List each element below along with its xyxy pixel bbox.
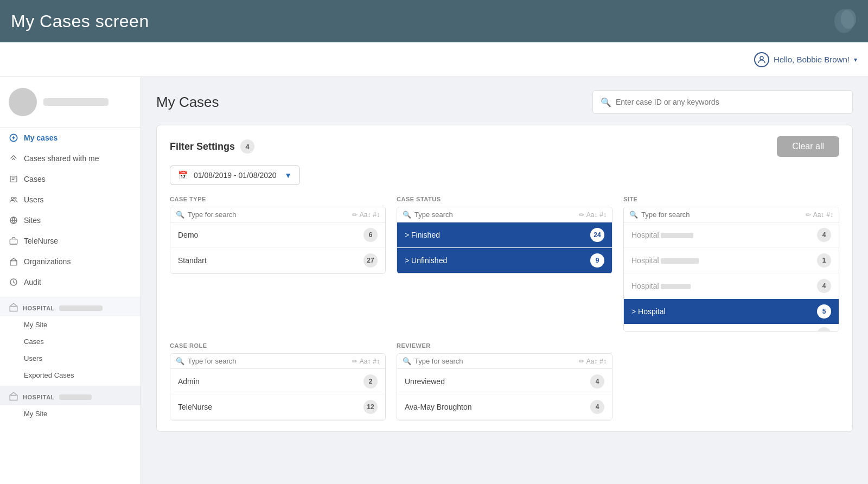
reviewer-search-icon: 🔍 (403, 357, 411, 365)
case-status-item-finished[interactable]: > Finished 24 (397, 222, 612, 248)
reviewer-label: REVIEWER (397, 342, 612, 349)
sidebar-sub-exported-cases[interactable]: Exported Cases (0, 367, 141, 384)
user-avatar-icon (754, 52, 769, 67)
sidebar-item-telenurse[interactable]: TeleNurse (0, 231, 141, 251)
case-role-item-admin-count: 2 (363, 374, 378, 389)
case-type-item-standart[interactable]: Standart 27 (170, 248, 385, 273)
sidebar-label-cases: Cases (24, 175, 46, 183)
clear-all-button[interactable]: Clear all (777, 136, 839, 157)
calendar-icon: 📅 (178, 170, 188, 180)
site-item-1-label: Hospital (631, 231, 693, 239)
svg-rect-13 (10, 261, 17, 265)
sort-num-icon-3: #↕ (826, 211, 833, 219)
case-role-item-admin[interactable]: Admin 2 (170, 369, 385, 394)
avatar (9, 88, 37, 116)
audit-icon (9, 277, 18, 287)
case-status-filter-icons: ✏ Aa↕ #↕ (579, 211, 607, 219)
case-search-bar[interactable]: 🔍 (592, 90, 853, 114)
reviewer-item-ava-count: 4 (590, 400, 604, 414)
sidebar-item-organizations[interactable]: Organizations (0, 251, 141, 272)
sidebar-item-cases-shared[interactable]: Cases shared with me (0, 148, 141, 169)
sidebar-label-users: Users (24, 195, 44, 204)
app-title: My Cases screen (11, 11, 149, 31)
case-status-item-unfinished[interactable]: > Unfinished 9 (397, 248, 612, 273)
case-type-item-demo[interactable]: Demo 6 (170, 222, 385, 248)
sidebar-item-audit[interactable]: Audit (0, 272, 141, 292)
sidebar-item-users[interactable]: Users (0, 189, 141, 210)
sort-num-icon-4: #↕ (373, 358, 380, 365)
sort-num-icon-5: #↕ (599, 358, 607, 365)
site-item-hospital-selected-count: 5 (817, 304, 831, 319)
site-item-1-count: 4 (817, 228, 831, 242)
site-item-2-count: 1 (817, 253, 831, 268)
date-range-picker[interactable]: 📅 01/08/2019 - 01/08/2020 ▼ (170, 165, 300, 185)
sidebar-label-my-cases: My cases (24, 133, 58, 142)
hospital-section-2-icon (9, 391, 18, 403)
sort-alpha-icon-2: Aa↕ (586, 211, 598, 219)
case-role-item-telenurse-label: TeleNurse (178, 403, 212, 411)
case-type-item-standart-count: 27 (363, 253, 378, 268)
my-cases-icon (9, 133, 18, 143)
svg-rect-16 (10, 396, 17, 400)
pencil-icon-2: ✏ (579, 211, 584, 219)
user-info[interactable]: Hello, Bobbie Brown! ▾ (754, 52, 857, 67)
secondary-header: Hello, Bobbie Brown! ▾ (0, 42, 868, 77)
reviewer-search-row: 🔍 ✏ Aa↕ #↕ (397, 354, 612, 369)
hospital-section-2-label: HOSPITAL (23, 394, 55, 400)
sort-num-icon: #↕ (373, 211, 380, 219)
reviewer-search-input[interactable] (414, 357, 576, 365)
case-role-item-telenurse[interactable]: TeleNurse 12 (170, 394, 385, 420)
case-type-label: CASE TYPE (170, 196, 386, 202)
site-item-5[interactable]: Hospital 2 (624, 324, 839, 331)
site-item-2[interactable]: Hospital 1 (624, 248, 839, 273)
site-item-5-label: Hospital (631, 330, 682, 332)
svg-rect-12 (10, 239, 17, 244)
reviewer-item-ava[interactable]: Ava-May Broughton 4 (397, 394, 612, 420)
date-range-value: 01/08/2019 - 01/08/2020 (194, 171, 277, 180)
reviewer-item-unreviewed-count: 4 (590, 374, 604, 389)
site-label: SITE (623, 196, 839, 202)
reviewer-item-unreviewed-label: Unreviewed (405, 377, 445, 386)
case-role-search-row: 🔍 ✏ Aa↕ #↕ (170, 354, 385, 369)
sidebar-label-sites: Sites (24, 216, 41, 225)
sidebar-item-my-cases[interactable]: My cases (0, 128, 141, 148)
cases-shared-icon (9, 154, 18, 163)
date-picker-arrow: ▼ (284, 171, 292, 180)
case-type-search-input[interactable] (188, 211, 349, 219)
avatar-name-placeholder (43, 98, 108, 106)
site-item-hospital-selected[interactable]: > Hospital 5 (624, 299, 839, 324)
case-role-item-admin-label: Admin (178, 377, 200, 386)
sidebar-sub-users-1[interactable]: Users (0, 350, 141, 367)
reviewer-item-unreviewed[interactable]: Unreviewed 4 (397, 369, 612, 394)
sort-alpha-icon-5: Aa↕ (586, 358, 598, 365)
case-search-input[interactable] (616, 98, 845, 106)
case-role-search-input[interactable] (188, 357, 349, 365)
case-type-box: 🔍 ✏ Aa↕ #↕ Demo 6 (170, 207, 386, 274)
reviewer-list: Unreviewed 4 Ava-May Broughton 4 (397, 369, 612, 420)
sidebar-item-sites[interactable]: Sites (0, 210, 141, 231)
site-search-input[interactable] (641, 211, 802, 219)
svg-point-1 (841, 9, 856, 29)
site-item-1[interactable]: Hospital 4 (624, 222, 839, 248)
sidebar-sub-my-site-2[interactable]: My Site (0, 405, 141, 422)
site-search-row: 🔍 ✏ Aa↕ #↕ (624, 207, 839, 222)
sidebar-sub-cases-1[interactable]: Cases (0, 333, 141, 350)
sidebar-sub-my-site-1[interactable]: My Site (0, 316, 141, 333)
case-status-search-input[interactable] (414, 211, 576, 219)
users-icon (9, 195, 18, 205)
pencil-icon-5: ✏ (579, 358, 584, 365)
site-list: Hospital 4 Hospital 1 Hospital 4 (624, 222, 839, 331)
cases-icon (9, 174, 18, 184)
site-item-3[interactable]: Hospital 4 (624, 273, 839, 299)
user-greeting: Hello, Bobbie Brown! (774, 55, 850, 64)
sidebar-item-cases[interactable]: Cases (0, 169, 141, 189)
site-item-hospital-selected-label: > Hospital (631, 307, 666, 316)
sidebar: My cases Cases shared with me Cases User… (0, 77, 141, 484)
reviewer-filter-icons: ✏ Aa↕ #↕ (579, 358, 607, 365)
hospital-section-1-icon (9, 302, 18, 314)
case-status-item-finished-count: 24 (590, 228, 604, 242)
svg-point-9 (11, 197, 14, 199)
case-type-filter-icons: ✏ Aa↕ #↕ (352, 211, 380, 219)
case-status-search-row: 🔍 ✏ Aa↕ #↕ (397, 207, 612, 222)
user-dropdown-chevron[interactable]: ▾ (854, 56, 857, 63)
